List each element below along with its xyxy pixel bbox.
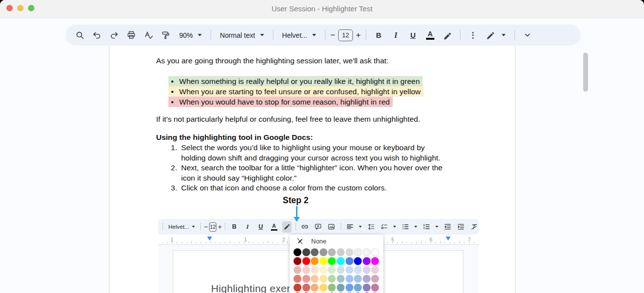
- ruler-tick: [215, 242, 215, 243]
- note-paragraph: If it's not particularly helpful or conf…: [156, 115, 420, 124]
- ruler-tick: [220, 242, 220, 243]
- ruler-tick: [234, 242, 235, 243]
- palette-swatch: [311, 257, 319, 265]
- palette-swatch: [294, 257, 301, 265]
- embedded-bold-icon: B: [230, 223, 239, 231]
- ruler-tick: [201, 242, 201, 243]
- palette-row: [294, 266, 383, 274]
- ruler-tick: [435, 242, 436, 243]
- bullet-icon: ●: [171, 79, 174, 84]
- palette-swatch: [294, 284, 301, 292]
- embedded-checklist-caret-icon: [393, 226, 396, 228]
- palette-swatch: [346, 266, 353, 274]
- palette-swatch: [328, 266, 336, 274]
- ruler-tick: [225, 242, 225, 243]
- palette-swatch: [328, 284, 336, 292]
- ruler-tick: [167, 242, 168, 243]
- step-1-line-1: Select the words you’d like to highlight…: [181, 143, 425, 152]
- ruler-tick: [464, 242, 464, 243]
- palette-row: [294, 284, 383, 292]
- palette-swatch: [294, 248, 301, 256]
- palette-swatch: [363, 284, 371, 292]
- embedded-text-color-icon: A: [270, 223, 278, 231]
- embedded-toolbar-image: Helvet... − 12 + B I U A: [158, 219, 479, 235]
- highlight-color-palette: None: [290, 235, 383, 293]
- step-number: 1.: [165, 143, 177, 152]
- embedded-line-spacing-icon: [367, 223, 376, 231]
- embedded-align-icon: [346, 223, 354, 231]
- palette-swatch: [363, 275, 371, 283]
- ruler-tick: [402, 241, 402, 243]
- palette-swatch: [371, 284, 379, 292]
- embedded-decrease-indent-icon: [444, 223, 452, 231]
- palette-swatch: [311, 284, 319, 292]
- ruler-tick: [187, 242, 187, 243]
- ruler-tick: [406, 242, 407, 243]
- palette-swatch: [363, 248, 371, 256]
- embedded-increase-indent-icon: [457, 223, 465, 231]
- embedded-numbered-list-caret-icon: [435, 226, 438, 228]
- ruler-tick: [287, 241, 288, 243]
- ruler-tick: [182, 242, 182, 243]
- ruler-tick: [397, 242, 398, 243]
- embedded-insert-link-icon: [301, 223, 309, 231]
- step-number: 3.: [165, 184, 177, 192]
- ruler-tick: [277, 242, 278, 243]
- step-2-callout-label: Step 2: [283, 195, 309, 206]
- ruler-tick: [162, 242, 163, 243]
- ruler-tick: [416, 242, 417, 243]
- palette-swatch: [363, 257, 371, 265]
- ruler-tick: [268, 241, 268, 243]
- palette-swatch: [337, 248, 345, 256]
- palette-swatch: [371, 248, 379, 256]
- palette-swatch: [337, 266, 345, 274]
- ruler-tick: [272, 242, 273, 243]
- ruler-number: 7: [468, 237, 471, 242]
- palette-none-label: None: [311, 238, 326, 245]
- palette-swatch: [371, 257, 379, 265]
- ruler-tick: [387, 242, 388, 243]
- palette-swatch: [328, 275, 336, 283]
- palette-swatch: [371, 266, 379, 274]
- palette-swatch: [328, 248, 336, 256]
- palette-swatch: [337, 257, 345, 265]
- ruler-number: 1: [244, 237, 247, 242]
- step-3-line-1: Click on that icon and choose a color fr…: [181, 184, 387, 192]
- ruler-tick: [263, 242, 264, 243]
- ruler-tick: [253, 242, 254, 243]
- palette-swatch: [346, 257, 353, 265]
- step-2-line-2: icon it should say “Highlight color.”: [181, 174, 296, 183]
- ruler-tick: [258, 242, 259, 243]
- palette-none-option: None: [290, 235, 383, 247]
- palette-row: [294, 275, 383, 283]
- embedded-font-family-value: Helvet...: [168, 224, 189, 230]
- palette-swatch: [354, 284, 362, 292]
- embedded-divider: [225, 223, 225, 231]
- palette-swatch: [302, 248, 310, 256]
- palette-swatch: [346, 284, 353, 292]
- embedded-left-indent-marker: [207, 237, 212, 240]
- palette-swatch: [302, 257, 310, 265]
- embedded-add-comment-icon: [314, 223, 322, 231]
- embedded-insert-image-icon: [327, 223, 336, 231]
- palette-swatch: [363, 266, 371, 274]
- palette-swatch: [354, 266, 362, 274]
- ruler-number: 5: [391, 237, 394, 242]
- palette-swatch: [302, 266, 310, 274]
- palette-swatch: [337, 284, 345, 292]
- embedded-decrease-font-size: −: [204, 223, 208, 231]
- no-color-icon: [296, 237, 304, 245]
- step-2-arrow-icon: [293, 206, 300, 222]
- palette-swatch: [294, 266, 301, 274]
- palette-swatch: [311, 275, 319, 283]
- ruler-number: 2: [282, 237, 285, 242]
- embedded-underline-icon: U: [257, 223, 265, 231]
- embedded-divider: [162, 223, 163, 231]
- ruler-tick: [445, 242, 445, 243]
- ruler-tick: [206, 242, 206, 243]
- bullet-row-green: ●When something is really helpful or you…: [168, 76, 423, 86]
- ruler-tick: [249, 241, 249, 243]
- bullet-icon: ●: [171, 99, 174, 105]
- palette-swatch: [320, 275, 327, 283]
- embedded-divider: [295, 223, 296, 231]
